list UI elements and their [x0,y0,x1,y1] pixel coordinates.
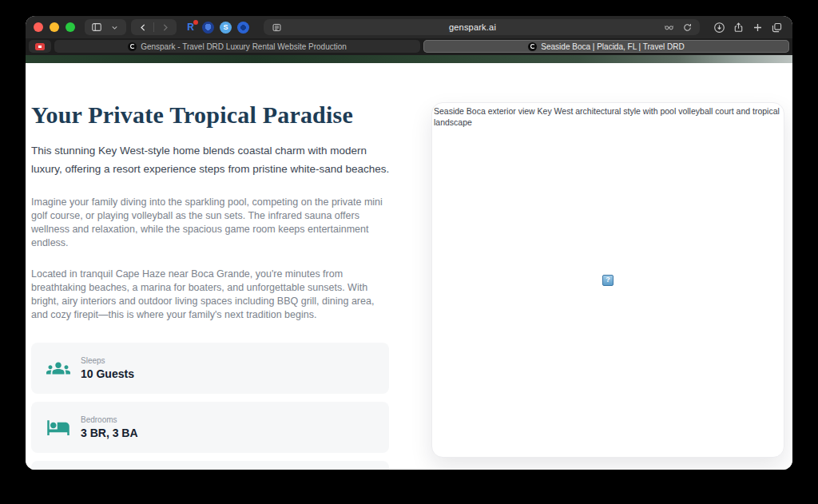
pinned-tab-youtube[interactable] [29,40,51,53]
tab-label: Seaside Boca | Placida, FL | Travel DRD [541,42,684,51]
tab-genspark-production[interactable]: Genspark - Travel DRD Luxury Rental Webs… [54,40,420,53]
feature-value: 3 BR, 3 BA [81,427,138,439]
share-icon[interactable] [730,19,746,35]
browser-titlebar: R S genspark.ai [26,16,792,38]
tab-overview-icon[interactable] [768,19,784,35]
bed-icon [46,415,70,439]
feature-text: Bedrooms 3 BR, 3 BA [81,415,138,439]
downloads-icon[interactable] [711,19,727,35]
amenities-paragraph: Imagine your family diving into the spar… [31,196,392,250]
back-button[interactable] [136,20,150,34]
addressbar-actions [661,20,694,34]
feature-label: Bedrooms [81,415,138,424]
intro-paragraph: This stunning Key West-style home blends… [31,141,392,178]
youtube-icon [35,43,45,50]
notification-badge [193,20,198,25]
reload-icon[interactable] [680,20,694,34]
location-paragraph: Located in tranquil Cape Haze near Boca … [31,268,392,322]
r-extension-icon[interactable]: R [185,22,197,34]
extension-icons: R S [185,22,249,34]
broken-image-icon: ? [602,275,614,286]
forward-button[interactable] [157,20,172,34]
browser-window: R S genspark.ai [26,16,792,470]
shield-extension-icon[interactable] [202,22,214,34]
tab-bar: Genspark - Travel DRD Luxury Rental Webs… [26,38,792,55]
genspark-favicon [128,42,137,51]
titlebar-right-controls [711,19,784,35]
page-title: Your Private Tropical Paradise [31,101,392,129]
divider [153,22,154,32]
chevron-down-icon [107,20,121,34]
translate-icon[interactable] [661,20,676,34]
minimize-button[interactable] [50,22,59,32]
feature-label: Sleeps [81,356,134,365]
page-content: Your Private Tropical Paradise This stun… [26,63,792,470]
gear-extension-icon[interactable] [237,22,249,34]
nav-buttons [131,19,177,35]
people-icon [46,356,70,380]
property-image-broken[interactable]: Seaside Boca exterior view Key West arch… [431,102,784,458]
feature-text: Sleeps 10 Guests [81,356,134,380]
window-controls [34,22,75,32]
tab-label: Genspark - Travel DRD Luxury Rental Webs… [141,42,347,51]
description-column: Your Private Tropical Paradise This stun… [31,101,392,470]
feature-cards: Sleeps 10 Guests Bedrooms 3 BR, 3 BA [31,343,392,470]
hero-image-edge [26,55,792,63]
image-alt-text: Seaside Boca exterior view Key West arch… [432,103,784,128]
genspark-favicon [528,42,537,51]
feature-card-bedrooms: Bedrooms 3 BR, 3 BA [31,402,389,453]
close-button[interactable] [34,22,43,32]
feature-card-beach: Beach Minutes Away [31,461,389,470]
reader-icon[interactable] [269,20,284,34]
address-bar[interactable]: genspark.ai [264,19,700,35]
feature-value: 10 Guests [81,367,134,380]
sidebar-toggle[interactable] [85,19,126,35]
s-extension-icon[interactable]: S [220,22,232,34]
feature-card-sleeps: Sleeps 10 Guests [31,343,389,394]
sidebar-icon [89,20,104,34]
new-tab-icon[interactable] [749,19,765,35]
zoom-button[interactable] [66,22,75,32]
url-text: genspark.ai [284,22,661,32]
tab-seaside-boca[interactable]: Seaside Boca | Placida, FL | Travel DRD [423,40,789,53]
